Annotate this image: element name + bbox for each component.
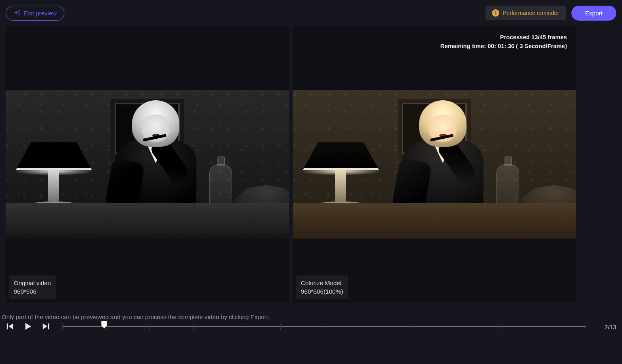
export-label: Export <box>585 10 603 17</box>
colorized-video-pane: Processed 13/45 frames Remaining time: 0… <box>293 26 576 303</box>
colorized-video-resolution: 960*506(100%) <box>301 287 343 296</box>
previous-frame-icon <box>6 322 15 332</box>
svg-marker-1 <box>9 323 13 329</box>
timeline-scrubber[interactable] <box>62 322 586 332</box>
timeline-tick <box>455 324 455 330</box>
exit-preview-label: Exit preview <box>24 10 57 17</box>
svg-marker-2 <box>26 323 32 330</box>
play-icon <box>23 322 32 332</box>
timeline-tick <box>324 324 324 330</box>
next-frame-button[interactable] <box>41 322 50 332</box>
exit-icon <box>13 9 21 17</box>
timeline-tick <box>498 324 499 330</box>
timeline-tick <box>586 324 586 330</box>
processed-frames-text: Processed 13/45 frames <box>440 33 567 42</box>
timeline-tick <box>280 324 281 330</box>
playback-controls: 2/13 <box>0 319 622 335</box>
original-video-title: Original video <box>14 279 51 288</box>
performance-reminder-button[interactable]: ! Performance reminder <box>486 6 565 20</box>
colorized-video-frame <box>293 90 576 239</box>
preview-area: Original video 960*506 Processed 13/45 f… <box>6 26 576 303</box>
timeline-tick <box>149 324 150 330</box>
original-video-frame <box>6 90 289 239</box>
svg-rect-4 <box>48 323 49 329</box>
exit-preview-button[interactable]: Exit preview <box>6 6 64 21</box>
colorized-video-label: Colorize Model 960*506(100%) <box>296 275 348 300</box>
processing-status: Processed 13/45 frames Remaining time: 0… <box>440 33 567 51</box>
next-frame-icon <box>41 322 50 332</box>
svg-rect-0 <box>7 323 8 329</box>
performance-reminder-label: Performance reminder <box>503 10 559 16</box>
warning-icon: ! <box>492 9 499 17</box>
colorized-video-title: Colorize Model <box>301 279 343 288</box>
previous-frame-button[interactable] <box>6 322 15 332</box>
original-video-label: Original video 960*506 <box>9 275 56 300</box>
timeline-tick <box>62 324 63 330</box>
bottom-fade <box>0 340 622 364</box>
timeline-tick <box>237 324 237 330</box>
frame-counter: 2/13 <box>598 324 616 330</box>
timeline-tick <box>193 324 194 330</box>
original-video-resolution: 960*506 <box>14 287 51 296</box>
timeline-tick <box>542 324 542 330</box>
original-video-pane: Original video 960*506 <box>6 26 289 303</box>
play-button[interactable] <box>23 322 32 332</box>
remaining-time-text: Remaining time: 00: 01: 36 ( 3 Second/Fr… <box>440 42 567 51</box>
timeline-tick <box>411 324 411 330</box>
svg-marker-3 <box>43 323 47 329</box>
export-button[interactable]: Export <box>571 6 616 21</box>
timeline-tick <box>368 324 368 330</box>
top-bar: Exit preview ! Performance reminder Expo… <box>0 0 622 26</box>
